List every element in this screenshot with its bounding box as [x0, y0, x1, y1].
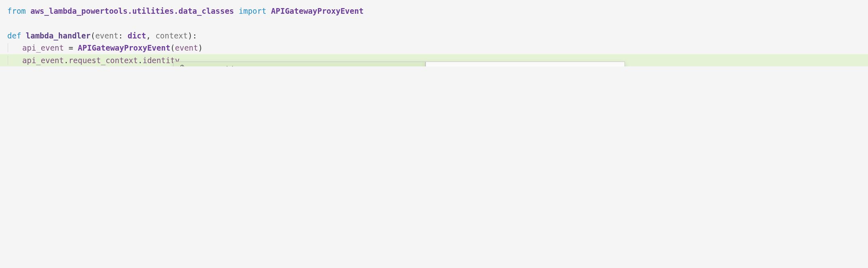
keyword-import: import	[239, 6, 267, 15]
attr-request-context: request_context	[68, 56, 138, 65]
function-name: lambda_handler	[26, 31, 91, 40]
class-call: APIGatewayProxyEvent	[78, 43, 170, 52]
class-name: APIGatewayProxyEvent	[271, 6, 364, 15]
code-line-blank[interactable]	[0, 17, 868, 29]
wrench-icon	[178, 63, 190, 66]
param-event: event	[95, 31, 118, 40]
param-context: context	[155, 31, 188, 40]
var-api-event: api_event	[22, 43, 64, 52]
module-path: aws_lambda_powertools.utilities.data_cla…	[30, 6, 234, 15]
keyword-from: from	[7, 6, 26, 15]
type-dict: dict	[127, 31, 146, 40]
autocomplete-label: account_id	[190, 64, 233, 66]
arg-event: event	[175, 43, 198, 52]
code-line-1[interactable]: from aws_lambda_powertools.utilities.dat…	[0, 5, 868, 17]
code-line-4[interactable]: api_event = APIGatewayProxyEvent(event)	[0, 42, 868, 54]
autocomplete-popup[interactable]: account_idaccess_keysource_ipraw_eventap…	[173, 62, 426, 66]
documentation-popup: account_id: str | None (property) ✕ The …	[426, 62, 625, 66]
autocomplete-item-account_id[interactable]: account_id	[174, 62, 425, 66]
code-editor[interactable]: from aws_lambda_powertools.utilities.dat…	[0, 5, 868, 66]
code-line-3[interactable]: def lambda_handler(event: dict, context)…	[0, 30, 868, 42]
var-api-event-ref: api_event	[22, 56, 64, 65]
keyword-def: def	[7, 31, 21, 40]
